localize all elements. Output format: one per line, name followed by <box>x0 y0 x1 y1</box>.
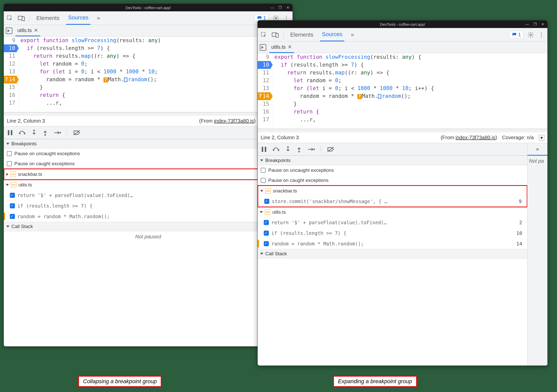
settings-icon[interactable] <box>527 31 534 38</box>
horizontal-scrollbar[interactable] <box>258 129 547 132</box>
deactivate-breakpoints-icon[interactable] <box>73 130 81 135</box>
chevron-right-icon <box>6 173 8 176</box>
step-over-icon[interactable] <box>19 130 25 135</box>
code-content[interactable]: export function slowProcessing(results: … <box>19 37 293 112</box>
source-map-info[interactable]: (From index-73f73a80.js) <box>441 135 497 141</box>
breakpoint-entry[interactable]: return '$' + parseFloat(value).toFixed(…… <box>258 217 527 228</box>
close-button[interactable]: ✕ <box>285 6 290 10</box>
pause-uncaught-row[interactable]: Pause on uncaught exceptions <box>258 165 527 175</box>
more-tabs-icon[interactable]: » <box>349 31 356 38</box>
file-tab-utils[interactable]: utils.ts ✕ <box>269 42 294 53</box>
step-icon[interactable] <box>308 147 315 152</box>
pause-icon[interactable] <box>7 130 13 136</box>
breakpoint-group-header[interactable]: <> snackbar.ts <box>258 186 527 196</box>
svg-rect-5 <box>11 130 12 135</box>
checkbox-checked[interactable] <box>264 199 269 204</box>
minimize-button[interactable]: — <box>270 6 275 10</box>
titlebar: DevTools - coffee-cart.app/ — ❐ ✕ <box>4 4 293 11</box>
checkbox-checked[interactable] <box>264 220 269 225</box>
inspect-icon[interactable] <box>6 15 13 22</box>
svg-rect-13 <box>276 34 278 37</box>
chevron-down-icon <box>260 159 263 161</box>
svg-point-7 <box>33 130 35 131</box>
breakpoints-list: Pause on uncaught exceptions Pause on ca… <box>258 165 527 249</box>
navigator-toggle-icon[interactable] <box>260 44 266 51</box>
step-out-icon[interactable] <box>297 146 302 152</box>
line-gutter[interactable]: 9 10 11 12 13 14 15 16 17 <box>4 37 19 112</box>
pause-uncaught-row[interactable]: Pause on uncaught exceptions <box>4 149 293 159</box>
checkbox-checked[interactable] <box>10 214 15 219</box>
device-toggle-icon[interactable] <box>18 15 25 22</box>
issues-badge[interactable]: 1 <box>509 31 524 39</box>
ts-file-icon: <> <box>10 172 16 177</box>
main-toolbar: Elements Sources » 1 ⋮ <box>4 11 293 25</box>
close-button[interactable]: ✕ <box>540 22 545 26</box>
breakpoint-entry[interactable]: if (results.length >= 7) { 10 <box>258 228 527 238</box>
debugger-toolbar <box>258 143 527 156</box>
tab-elements[interactable]: Elements <box>34 11 62 25</box>
breakpoints-section-header[interactable]: Breakpoints <box>4 139 293 149</box>
more-panels-icon[interactable]: » <box>527 143 547 156</box>
conditional-marker <box>4 213 5 220</box>
breakpoint-entry[interactable]: random = random * Math.random(); 14 <box>258 238 527 249</box>
checkbox-unchecked[interactable] <box>7 161 12 166</box>
navigator-toggle-icon[interactable] <box>6 27 12 34</box>
pause-caught-row[interactable]: Pause on caught exceptions <box>4 159 293 169</box>
deactivate-breakpoints-icon[interactable] <box>327 147 335 152</box>
svg-rect-15 <box>262 147 263 152</box>
step-out-icon[interactable] <box>43 130 48 136</box>
callstack-section-header[interactable]: Call Stack <box>258 249 527 259</box>
window-title: DevTools - coffee-cart.app/ <box>126 6 171 10</box>
source-map-info[interactable]: (From index-73f73a80.js) <box>199 118 255 124</box>
chevron-down-icon <box>6 226 9 228</box>
tab-elements[interactable]: Elements <box>288 28 315 41</box>
step-into-icon[interactable] <box>285 146 290 152</box>
conditional-marker <box>258 240 259 247</box>
checkbox-checked[interactable] <box>10 203 15 208</box>
tab-sources[interactable]: Sources <box>66 11 91 25</box>
code-editor[interactable]: 9 10 11 12 13 14 15 16 17 export functio… <box>4 37 293 112</box>
close-tab-icon[interactable]: ✕ <box>288 44 292 50</box>
maximize-button[interactable]: ❐ <box>533 22 538 26</box>
close-tab-icon[interactable]: ✕ <box>34 27 38 33</box>
kebab-menu-icon[interactable]: ⋮ <box>538 31 545 38</box>
breakpoint-group-utils[interactable]: <> utils.ts <box>4 180 293 190</box>
cursor-position: Line 2, Column 3 <box>261 135 299 141</box>
breakpoints-list: Pause on uncaught exceptions Pause on ca… <box>4 149 293 222</box>
tab-sources[interactable]: Sources <box>320 28 344 41</box>
checkbox-unchecked[interactable] <box>261 168 266 173</box>
collapse-icon[interactable]: ▾ <box>539 135 544 141</box>
checkbox-checked[interactable] <box>264 231 269 236</box>
step-over-icon[interactable] <box>273 147 279 152</box>
step-into-icon[interactable] <box>32 130 37 136</box>
pause-caught-row[interactable]: Pause on caught exceptions <box>258 175 527 185</box>
minimize-button[interactable]: — <box>524 22 530 26</box>
line-gutter[interactable]: 9 10 11 12 13 14 15 16 17 <box>258 53 273 129</box>
code-content[interactable]: export function slowProcessing(results: … <box>273 53 547 129</box>
code-editor[interactable]: 9 10 11 12 13 14 15 16 17 export functio… <box>258 53 547 129</box>
checkbox-unchecked[interactable] <box>261 178 266 183</box>
breakpoint-entry[interactable]: return '$' + parseFloat(value).toFixed(…… <box>4 190 293 201</box>
callstack-section-header[interactable]: Call Stack <box>4 222 293 231</box>
breakpoints-section-header[interactable]: Breakpoints <box>258 156 527 165</box>
maximize-button[interactable]: ❐ <box>278 6 283 10</box>
titlebar: DevTools - coffee-cart.app/ — ❐ ✕ <box>258 20 547 28</box>
device-toggle-icon[interactable] <box>272 31 279 38</box>
breakpoint-group-utils[interactable]: <> utils.ts <box>258 207 527 217</box>
svg-point-3 <box>275 17 277 19</box>
file-tab-utils[interactable]: utils.ts ✕ <box>15 25 40 36</box>
breakpoint-group-snackbar-collapsed[interactable]: <> snackbar.ts <box>4 169 292 179</box>
breakpoint-entry[interactable]: store.commit('snackbar/showMessage', { …… <box>258 196 527 207</box>
checkbox-checked[interactable] <box>10 193 15 198</box>
step-icon[interactable] <box>54 130 61 135</box>
breakpoint-entry[interactable]: random = random * Math.random(); 14 <box>4 211 293 222</box>
horizontal-scrollbar[interactable] <box>4 112 293 116</box>
inspect-icon[interactable] <box>260 31 267 38</box>
svg-rect-16 <box>265 147 266 152</box>
checkbox-checked[interactable] <box>264 241 269 246</box>
pause-icon[interactable] <box>261 146 267 152</box>
breakpoint-entry[interactable]: if (results.length >= 7) { 10 <box>4 201 293 211</box>
ts-file-icon: <> <box>265 188 271 194</box>
more-tabs-icon[interactable]: » <box>95 15 102 22</box>
checkbox-unchecked[interactable] <box>7 151 12 156</box>
